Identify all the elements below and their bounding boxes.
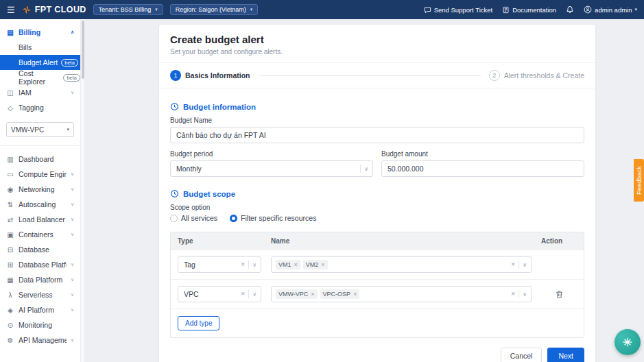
sidebar-item-iam[interactable]: ◫ IAM ∨: [0, 85, 80, 100]
clear-icon[interactable]: ×: [511, 291, 515, 298]
tag-chip: VMW-VPC×: [276, 289, 318, 299]
chevron-down-icon: ∨: [71, 277, 74, 282]
database-platform-icon: ⊞: [6, 261, 14, 269]
table-footer: Add type: [171, 309, 584, 337]
radio-all-services[interactable]: All services: [170, 214, 217, 222]
name-multiselect-row-2[interactable]: VMW-VPC× VPC-OSP× ×∨: [271, 286, 532, 302]
chevron-down-icon: ∨: [71, 186, 74, 192]
name-multiselect-row-1[interactable]: VM1× VM2× ×∨: [271, 256, 532, 273]
spark-icon: [621, 336, 634, 348]
clear-icon[interactable]: ×: [511, 261, 515, 268]
clear-icon[interactable]: ×: [241, 291, 245, 298]
sidebar-item-load-balancer[interactable]: ⇄Load Balancer∨: [0, 212, 80, 227]
app-root: ☰ FPT CLOUD Tenant: BSS Billing ▾ Region…: [0, 0, 644, 362]
sidebar-item-data-platform[interactable]: ▦Data Platform∨: [0, 272, 80, 287]
chevron-down-icon: ∨: [71, 307, 74, 313]
tenant-label: Tenant: BSS Billing: [99, 6, 152, 13]
column-header-action: Action: [541, 237, 577, 245]
sidebar-scrollbar[interactable]: [80, 19, 84, 362]
radio-filter-specific-resources[interactable]: Filter specific resources: [230, 214, 316, 222]
table-header-row: Type Name Action: [171, 232, 584, 250]
sidebar-item-compute-engine[interactable]: ▭Compute Engine∨: [0, 167, 80, 182]
autoscaling-icon: ⇅: [6, 201, 14, 208]
chat-support-button[interactable]: [615, 329, 641, 355]
add-type-button[interactable]: Add type: [178, 316, 219, 330]
remove-icon[interactable]: ×: [311, 291, 314, 298]
chevron-down-icon[interactable]: ∨: [523, 291, 527, 298]
chevron-down-icon[interactable]: ∨: [252, 262, 257, 268]
notifications-bell-icon[interactable]: [566, 5, 574, 14]
vpc-selector[interactable]: VMW-VPC ▾: [6, 122, 74, 137]
sidebar-item-ai-platform[interactable]: ◈AI Platform∨: [0, 302, 80, 317]
containers-icon: ▣: [6, 231, 14, 239]
feedback-tab[interactable]: Feedback: [634, 159, 644, 202]
next-button[interactable]: Next: [547, 348, 584, 362]
data-platform-icon: ▦: [6, 276, 14, 284]
delete-row-button[interactable]: [553, 289, 565, 300]
iam-icon: ◫: [6, 89, 14, 97]
budget-amount-field: Budget amount: [381, 145, 584, 177]
table-row: VPC ×∨ VMW-VPC× VPC-OSP× ×∨: [171, 279, 584, 309]
sidebar-item-autoscaling[interactable]: ⇅Autoscaling∨: [0, 197, 80, 212]
chevron-down-icon: ▾: [155, 7, 158, 12]
chevron-down-icon[interactable]: ∨: [523, 262, 527, 268]
region-selector[interactable]: Region: Saigon (Vietnam) ▾: [170, 4, 258, 15]
support-ticket-icon: [424, 6, 431, 14]
sidebar-item-dashboard[interactable]: ▥Dashboard: [0, 152, 80, 167]
scrollbar-thumb[interactable]: [82, 21, 84, 79]
sidebar-item-networking[interactable]: ◉Networking∨: [0, 182, 80, 197]
chevron-down-icon: ▾: [634, 7, 637, 12]
documentation-link[interactable]: Documentation: [502, 6, 556, 14]
budget-scope-heading: Budget scope: [170, 189, 584, 198]
scope-option-label: Scope option: [170, 204, 584, 211]
chevron-down-icon: ∨: [71, 171, 74, 177]
fpt-logo-icon: [22, 5, 32, 14]
tag-chip: VM1×: [276, 260, 300, 269]
serverless-icon: λ: [6, 291, 14, 299]
budget-period-field: Budget period Monthly ∨: [170, 145, 373, 177]
user-menu[interactable]: admin admin ▾: [584, 5, 637, 14]
create-budget-alert-card: Create budget alert Set your budget and …: [159, 25, 595, 362]
step-number: 1: [170, 70, 181, 81]
chevron-down-icon[interactable]: ∨: [364, 166, 368, 172]
hamburger-menu-icon[interactable]: ☰: [7, 5, 15, 14]
budget-period-select[interactable]: Monthly ∨: [170, 160, 373, 177]
remove-icon[interactable]: ×: [321, 261, 324, 268]
sidebar-item-cost-explorer[interactable]: Cost Explorer beta: [0, 70, 80, 85]
sidebar-item-serverless[interactable]: λServerless∨: [0, 287, 80, 302]
billing-icon: ▤: [6, 29, 14, 36]
remove-icon[interactable]: ×: [294, 261, 298, 268]
sidebar-item-budget-alert[interactable]: Budget Alert beta: [0, 55, 80, 70]
sidebar-item-database-platform[interactable]: ⊞Database Platform∨: [0, 257, 80, 272]
type-select-row-1[interactable]: Tag ×∨: [178, 256, 261, 273]
clear-icon[interactable]: ×: [241, 261, 245, 268]
sidebar-item-api-management[interactable]: ⚙API Management∨: [0, 333, 80, 348]
budget-name-input[interactable]: [170, 127, 584, 143]
cancel-button[interactable]: Cancel: [501, 348, 542, 362]
type-select-row-2[interactable]: VPC ×∨: [178, 286, 261, 302]
beta-badge: beta: [61, 59, 78, 67]
stepper-connector: [259, 75, 481, 76]
chevron-down-icon: ∨: [71, 262, 74, 267]
brand-logo[interactable]: FPT CLOUD: [22, 5, 86, 14]
sidebar: ▤ Billing ∧ Bills Budget Alert beta Cost…: [0, 19, 80, 362]
api-management-icon: ⚙: [6, 337, 14, 344]
sidebar-item-database[interactable]: ⊟Database: [0, 242, 80, 257]
trash-icon: [555, 290, 564, 299]
sidebar-item-containers[interactable]: ▣Containers∨: [0, 227, 80, 242]
main-area: Create budget alert Set your budget and …: [84, 19, 644, 362]
brand-name: FPT CLOUD: [35, 5, 86, 14]
clock-icon: [170, 189, 179, 198]
column-header-type: Type: [178, 237, 261, 245]
remove-icon[interactable]: ×: [353, 291, 357, 298]
sidebar-item-monitoring[interactable]: ⊙Monitoring: [0, 317, 80, 333]
tenant-selector[interactable]: Tenant: BSS Billing ▾: [93, 4, 163, 15]
budget-amount-input[interactable]: [381, 160, 584, 177]
send-support-ticket-link[interactable]: Send Support Ticket: [424, 6, 493, 14]
sidebar-item-bills[interactable]: Bills: [0, 40, 80, 55]
dashboard-icon: ▥: [6, 156, 14, 163]
card-header: Create budget alert Set your budget and …: [159, 25, 595, 62]
sidebar-item-tagging[interactable]: ◇ Tagging: [0, 100, 80, 115]
chevron-down-icon[interactable]: ∨: [252, 291, 257, 298]
sidebar-item-billing[interactable]: ▤ Billing ∧: [0, 25, 80, 40]
